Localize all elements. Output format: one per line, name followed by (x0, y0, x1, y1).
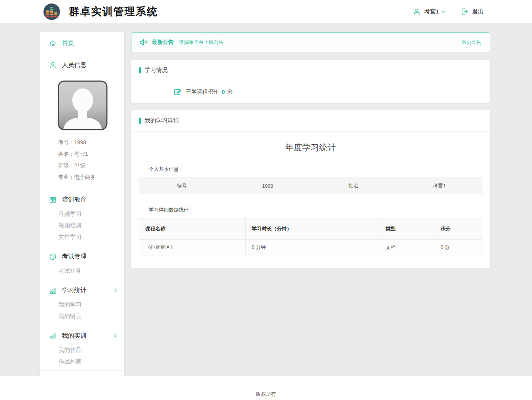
sidebar-section-study-stats: 学习统计 我的学习 我的留言 (40, 280, 124, 325)
sidebar-item-study-stats-label: 学习统计 (62, 287, 86, 295)
announcement-link[interactable]: 资源库平台上线公告 (179, 39, 224, 46)
user-icon (413, 8, 421, 16)
bar-chart-icon (49, 332, 57, 340)
sidebar-item-exam-label: 考试管理 (62, 253, 86, 261)
detail-stats-title: 学习详细数据统计 (139, 207, 482, 213)
app-title: 群卓实训管理系统 (69, 5, 158, 18)
basic-info-id-value: 1998 (225, 183, 311, 189)
logout-icon (461, 7, 469, 16)
spacer (139, 194, 482, 203)
col-score: 积分 (434, 218, 482, 240)
logout-button[interactable]: 退出 (461, 7, 484, 16)
sidebar-item-my-practice-label: 我的实训 (62, 332, 86, 340)
user-menu[interactable]: 考官1 (413, 8, 446, 16)
main-column: 最新公告 资源库平台上线公告 历史公告 学习情况 已 (131, 32, 490, 268)
header-right: 考官1 退出 (413, 7, 532, 16)
col-type: 类型 (379, 218, 434, 240)
clock-icon (49, 253, 57, 261)
sidebar-subitem-my-works[interactable]: 我的作品 (40, 344, 124, 356)
cell-type: 文档 (379, 240, 434, 255)
sidebar-item-training-label: 培训教育 (62, 196, 86, 204)
col-course-name: 课程名称 (139, 218, 246, 240)
user-name: 考官1 (424, 8, 439, 15)
open-book-icon (49, 196, 57, 204)
basic-info-row: 编号 1998 姓名 考官1 (139, 177, 482, 194)
sidebar-item-study-stats[interactable]: 学习统计 (40, 282, 124, 299)
cell-score: 0 分 (434, 240, 482, 255)
study-detail-table: 课程名称 学习时长（分钟） 类型 积分 《抖音雷区》 0 分钟 文档 (139, 218, 482, 255)
study-detail-title: 我的学习详情 (145, 117, 179, 124)
title-accent-bar (139, 118, 141, 124)
profile-name: 姓名：考官1 (58, 148, 124, 160)
sidebar-section-my-practice: 我的实训 我的作品 作品列表 (40, 325, 124, 370)
divider (40, 370, 124, 371)
profile-block: 人员信息 (40, 54, 124, 189)
sidebar-item-profile[interactable]: 人员信息 (40, 54, 124, 76)
profile-info: 考号：1998 姓名：考官1 班级：21级 专业：电子商务 (40, 137, 124, 183)
sidebar-item-profile-label: 人员信息 (62, 61, 86, 69)
sidebar-subitem-audio[interactable]: 音频学习 (40, 208, 124, 220)
sidebar-section-exam: 考试管理 考试任务 (40, 246, 124, 280)
col-study-duration: 学习时长（分钟） (245, 218, 379, 240)
study-status-card: 学习情况 已学课程积分 0 分 (131, 60, 490, 103)
home-icon (49, 39, 57, 47)
sidebar-subitem-my-messages[interactable]: 我的留言 (40, 310, 124, 322)
history-announcement-link[interactable]: 历史公告 (461, 39, 481, 46)
cell-study-duration: 0 分钟 (245, 240, 379, 255)
study-status-header: 学习情况 (131, 60, 490, 81)
sidebar-item-my-practice[interactable]: 我的实训 (40, 327, 124, 344)
sidebar-section-training: 培训教育 音频学习 视频培训 文件学习 (40, 189, 124, 246)
avatar (58, 80, 108, 130)
profile-class: 班级：21级 (58, 160, 124, 171)
sidebar-item-exam[interactable]: 考试管理 (40, 248, 124, 265)
basic-info-id-label: 编号 (139, 182, 225, 189)
announcement-bar: 最新公告 资源库平台上线公告 历史公告 (131, 32, 490, 52)
score-label: 已学课程积分 (186, 88, 218, 95)
score-value: 0 (222, 89, 225, 95)
annual-stats-title: 年度学习统计 (139, 132, 482, 162)
sidebar-subitem-video[interactable]: 视频培训 (40, 220, 124, 231)
basic-info-title: 个人基本信息 (139, 166, 482, 173)
title-accent-bar (139, 67, 141, 73)
table-row: 《抖音雷区》 0 分钟 文档 0 分 (139, 240, 482, 255)
sidebar: 首页 人员信息 (40, 32, 124, 376)
chevron-right-icon (113, 333, 118, 338)
content-area: 首页 人员信息 (0, 23, 532, 376)
chevron-down-icon (441, 9, 446, 14)
study-detail-card: 我的学习详情 年度学习统计 个人基本信息 编号 1998 姓名 考官1 学习详细… (131, 110, 490, 268)
app-logo-icon (43, 3, 60, 20)
speaker-icon (139, 38, 148, 47)
score-unit: 分 (228, 88, 233, 95)
page: 群卓实训管理系统 考官1 (0, 0, 532, 400)
table-header-row: 课程名称 学习时长（分钟） 类型 积分 (139, 218, 482, 240)
basic-info-name-label: 姓名 (311, 182, 397, 189)
bar-chart-icon (49, 287, 57, 295)
sidebar-item-home-label: 首页 (62, 39, 74, 47)
study-detail-body: 年度学习统计 个人基本信息 编号 1998 姓名 考官1 学习详细数据统计 课程… (131, 132, 490, 268)
profile-major: 专业：电子商务 (58, 171, 124, 183)
study-detail-header: 我的学习详情 (131, 110, 490, 132)
score-row: 已学课程积分 0 分 (131, 81, 490, 103)
sidebar-subitem-file[interactable]: 文件学习 (40, 231, 124, 243)
profile-exam-no: 考号：1998 (58, 137, 124, 148)
person-icon (49, 61, 57, 69)
logout-label: 退出 (472, 8, 484, 15)
sidebar-subitem-my-study[interactable]: 我的学习 (40, 299, 124, 310)
sidebar-item-training[interactable]: 培训教育 (40, 191, 124, 208)
sidebar-item-home[interactable]: 首页 (40, 32, 124, 54)
sidebar-subitem-works-list[interactable]: 作品列表 (40, 356, 124, 367)
cell-course-name: 《抖音雷区》 (139, 240, 246, 255)
chevron-right-icon (113, 288, 118, 293)
study-status-title: 学习情况 (145, 67, 168, 74)
footer: 版权所有 ©Copyright 2009 - 2020. 56sucai.com… (0, 376, 532, 400)
edit-icon (173, 88, 182, 96)
sidebar-subitem-exam-task[interactable]: 考试任务 (40, 265, 124, 277)
top-header: 群卓实训管理系统 考官1 (0, 0, 532, 23)
latest-announcement-label: 最新公告 (152, 39, 173, 46)
footer-copyright-cn: 版权所有 (0, 391, 532, 398)
basic-info-name-value: 考官1 (397, 182, 483, 189)
